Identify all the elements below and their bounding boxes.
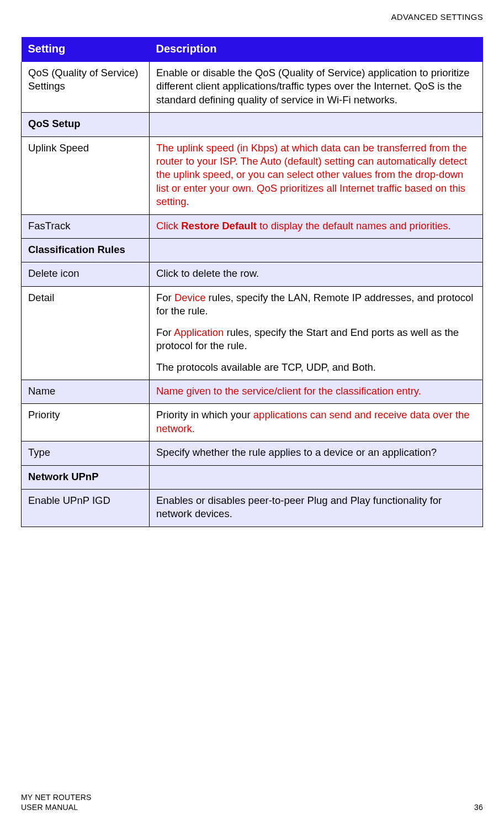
description-cell: Name given to the service/client for the… xyxy=(150,380,483,403)
description-cell: Enables or disables peer-to-peer Plug an… xyxy=(150,489,483,527)
section-empty xyxy=(150,465,483,489)
setting-cell: Uplink Speed xyxy=(22,136,150,214)
footer-line-1: MY NET ROUTERS xyxy=(21,793,483,803)
text: to display the default names and priorit… xyxy=(257,220,451,232)
row-qos-settings: QoS (Quality of Service) Settings Enable… xyxy=(22,62,483,113)
footer-line-2: USER MANUAL xyxy=(21,803,483,813)
page-section-header: ADVANCED SETTINGS xyxy=(21,12,483,22)
setting-cell: Name xyxy=(22,380,150,403)
text: For xyxy=(156,327,174,338)
row-priority: Priority Priority in which your applicat… xyxy=(22,404,483,441)
page-number: 36 xyxy=(474,803,483,813)
description-text: Name given to the service/client for the… xyxy=(156,385,421,397)
setting-cell: FasTrack xyxy=(22,214,150,238)
highlight-text: Device xyxy=(174,292,206,303)
description-cell: Enable or disable the QoS (Quality of Se… xyxy=(150,62,483,113)
row-type: Type Specify whether the rule applies to… xyxy=(22,441,483,465)
col-header-setting: Setting xyxy=(22,37,150,62)
row-detail: Detail For Device rules, specify the LAN… xyxy=(22,286,483,380)
row-enable-upnp-igd: Enable UPnP IGD Enables or disables peer… xyxy=(22,489,483,527)
restore-default-label: Restore Default xyxy=(181,220,257,232)
description-text: The uplink speed (in Kbps) at which data… xyxy=(156,142,467,208)
section-empty xyxy=(150,113,483,136)
setting-cell: Type xyxy=(22,441,150,465)
setting-cell: QoS (Quality of Service) Settings xyxy=(22,62,150,113)
description-cell: Click to delete the row. xyxy=(150,262,483,286)
section-classification-rules: Classification Rules xyxy=(22,239,483,262)
paragraph: For Application rules, specify the Start… xyxy=(156,326,476,353)
highlight-text: Application xyxy=(174,327,224,338)
description-cell: The uplink speed (in Kbps) at which data… xyxy=(150,136,483,214)
settings-table: Setting Description QoS (Quality of Serv… xyxy=(21,37,483,527)
setting-cell: Priority xyxy=(22,404,150,441)
row-uplink-speed: Uplink Speed The uplink speed (in Kbps) … xyxy=(22,136,483,214)
section-network-upnp: Network UPnP xyxy=(22,465,483,489)
section-label: Classification Rules xyxy=(22,239,150,262)
paragraph: For Device rules, specify the LAN, Remot… xyxy=(156,291,476,318)
description-cell: Priority in which your applications can … xyxy=(150,404,483,441)
table-header-row: Setting Description xyxy=(22,37,483,62)
row-delete-icon: Delete icon Click to delete the row. xyxy=(22,262,483,286)
col-header-description: Description xyxy=(150,37,483,62)
text: For xyxy=(156,292,174,303)
description-cell: Specify whether the rule applies to a de… xyxy=(150,441,483,465)
section-label: Network UPnP xyxy=(22,465,150,489)
section-label: QoS Setup xyxy=(22,113,150,136)
description-cell: Click Restore Default to display the def… xyxy=(150,214,483,238)
page-footer: MY NET ROUTERS USER MANUAL 36 xyxy=(21,793,483,812)
section-empty xyxy=(150,239,483,262)
row-name: Name Name given to the service/client fo… xyxy=(22,380,483,403)
paragraph: The protocols available are TCP, UDP, an… xyxy=(156,361,476,374)
setting-cell: Delete icon xyxy=(22,262,150,286)
text: Priority in which your xyxy=(156,409,253,420)
setting-cell: Enable UPnP IGD xyxy=(22,489,150,527)
description-cell: For Device rules, specify the LAN, Remot… xyxy=(150,286,483,380)
text: Click xyxy=(156,220,181,232)
row-fastrack: FasTrack Click Restore Default to displa… xyxy=(22,214,483,238)
section-qos-setup: QoS Setup xyxy=(22,113,483,136)
setting-cell: Detail xyxy=(22,286,150,380)
